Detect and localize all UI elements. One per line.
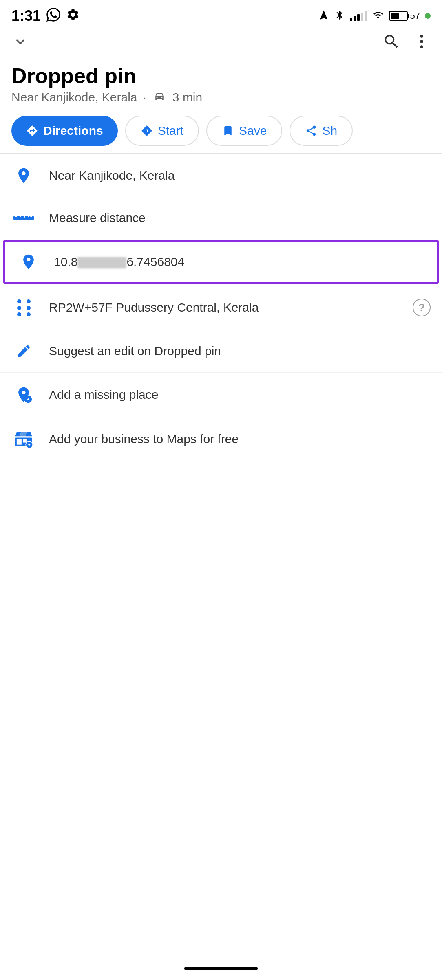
start-label: Start [158, 124, 183, 138]
suggest-edit-text: Suggest an edit on Dropped pin [49, 344, 431, 358]
share-button[interactable]: Sh [290, 116, 353, 146]
add-location-icon [11, 386, 36, 404]
settings-icon [66, 8, 80, 24]
list-item[interactable]: RP2W+57F Pudussery Central, Kerala ? [0, 286, 442, 330]
svg-rect-12 [23, 439, 27, 443]
svg-point-1 [420, 40, 423, 43]
measure-text: Measure distance [49, 211, 431, 225]
bluetooth-icon [334, 9, 345, 22]
save-label: Save [239, 124, 267, 138]
top-nav [0, 29, 442, 59]
page-title: Dropped pin [11, 64, 431, 88]
car-icon [152, 90, 167, 104]
status-bar: 1:31 [0, 0, 442, 29]
directions-label: Directions [43, 124, 103, 138]
more-options-button[interactable] [413, 33, 431, 52]
subtitle-row: Near Kanjikode, Kerala · 3 min [11, 90, 431, 104]
back-button[interactable] [11, 33, 29, 52]
svg-point-2 [420, 45, 423, 48]
svg-rect-5 [20, 214, 21, 217]
location-text: Near Kanjikode, Kerala [49, 169, 431, 182]
svg-rect-6 [24, 213, 25, 218]
help-icon[interactable]: ? [413, 299, 431, 316]
add-place-text: Add a missing place [49, 388, 431, 402]
edit-icon [11, 343, 36, 359]
drive-time: 3 min [172, 90, 202, 104]
svg-rect-4 [15, 214, 17, 217]
signal-icon [350, 11, 367, 21]
share-label: Sh [322, 124, 337, 138]
start-button[interactable]: Start [125, 116, 199, 146]
list-item[interactable]: Measure distance [0, 198, 442, 238]
status-left: 1:31 [11, 7, 80, 24]
coordinates-text: 10.86.7456804 [54, 255, 426, 269]
svg-rect-11 [17, 439, 22, 445]
location-icon [11, 167, 36, 185]
save-button[interactable]: Save [206, 116, 282, 146]
directions-button[interactable]: Directions [11, 116, 118, 146]
ruler-icon [11, 212, 36, 224]
whatsapp-icon [46, 8, 60, 24]
coordinates-pin-icon [16, 253, 41, 271]
plus-code-icon [11, 299, 36, 316]
storefront-icon [11, 430, 36, 448]
charging-indicator [425, 13, 431, 19]
svg-rect-7 [28, 214, 29, 217]
coords-suffix: 6.7456804 [126, 255, 184, 268]
subtitle-dot: · [143, 90, 146, 104]
wifi-icon [372, 10, 384, 22]
svg-point-0 [420, 35, 423, 38]
search-button[interactable] [382, 33, 400, 52]
list-item[interactable]: Add a missing place [0, 373, 442, 417]
list-item[interactable]: Near Kanjikode, Kerala [0, 154, 442, 198]
status-right: 57 [318, 9, 431, 22]
location-subtitle: Near Kanjikode, Kerala [11, 90, 137, 104]
coordinates-row[interactable]: 10.86.7456804 [3, 240, 439, 284]
header-section: Dropped pin Near Kanjikode, Kerala · 3 m… [0, 59, 442, 112]
plus-code-text: RP2W+57F Pudussery Central, Kerala [49, 301, 400, 314]
list-item[interactable]: Suggest an edit on Dropped pin [0, 330, 442, 373]
list-item[interactable]: Add your business to Maps for free [0, 417, 442, 461]
coords-blurred [77, 257, 126, 268]
home-indicator [184, 967, 258, 970]
svg-rect-8 [30, 214, 32, 217]
status-time: 1:31 [11, 7, 41, 24]
action-buttons-row: Directions Start Save Sh [0, 112, 442, 153]
battery-icon: 57 [389, 11, 420, 21]
coords-prefix: 10.8 [54, 255, 77, 268]
add-business-text: Add your business to Maps for free [49, 432, 431, 446]
navigation-icon [318, 9, 329, 22]
